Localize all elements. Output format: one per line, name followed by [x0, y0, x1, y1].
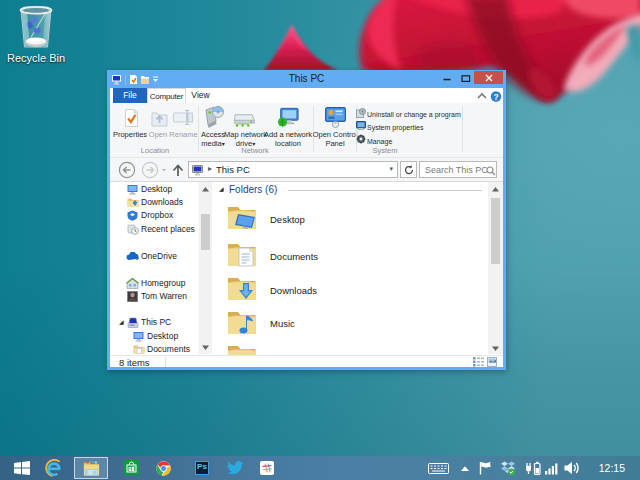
svg-text:?: ?: [493, 92, 498, 102]
